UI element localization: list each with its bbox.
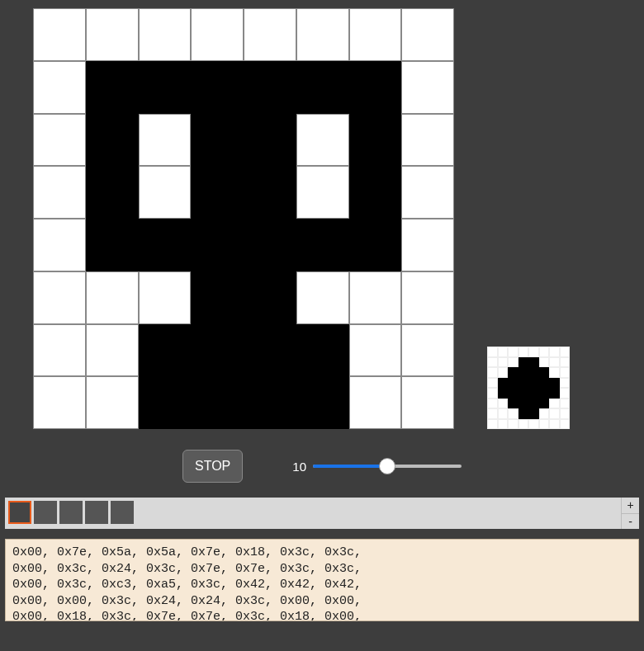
pixel-cell[interactable] xyxy=(191,376,244,429)
pixel-cell[interactable] xyxy=(191,166,244,219)
pixel-cell[interactable] xyxy=(401,166,454,219)
add-frame-button[interactable]: + xyxy=(621,498,639,514)
pixel-cell[interactable] xyxy=(244,114,296,167)
pixel-cell[interactable] xyxy=(401,8,454,61)
pixel-cell[interactable] xyxy=(191,61,244,114)
pixel-cell[interactable] xyxy=(33,8,86,61)
preview-cell xyxy=(498,388,509,399)
preview-cell xyxy=(539,378,550,389)
preview-cell xyxy=(498,347,509,357)
pixel-cell[interactable] xyxy=(33,376,86,429)
pixel-cell[interactable] xyxy=(139,376,192,429)
pixel-cell[interactable] xyxy=(244,324,296,377)
preview-cell xyxy=(560,419,571,430)
pixel-cell[interactable] xyxy=(349,271,402,324)
preview-cell xyxy=(539,367,550,378)
pixel-cell[interactable] xyxy=(86,376,139,429)
pixel-cell[interactable] xyxy=(191,219,244,271)
pixel-cell[interactable] xyxy=(244,166,296,219)
pixel-cell[interactable] xyxy=(401,271,454,324)
pixel-cell[interactable] xyxy=(33,166,86,219)
pixel-cell[interactable] xyxy=(349,8,402,61)
preview-cell xyxy=(508,388,519,399)
stop-button[interactable]: STOP xyxy=(182,450,243,483)
frame-thumb[interactable] xyxy=(111,501,134,524)
pixel-cell[interactable] xyxy=(86,114,139,167)
speed-slider[interactable] xyxy=(313,458,462,474)
remove-frame-button[interactable]: - xyxy=(621,514,639,530)
hex-output[interactable]: 0x00, 0x7e, 0x5a, 0x5a, 0x7e, 0x18, 0x3c… xyxy=(5,539,639,621)
pixel-cell[interactable] xyxy=(86,166,139,219)
preview-cell xyxy=(519,408,529,419)
pixel-cell[interactable] xyxy=(296,219,349,271)
pixel-cell[interactable] xyxy=(401,324,454,377)
pixel-cell[interactable] xyxy=(401,61,454,114)
pixel-cell[interactable] xyxy=(191,8,244,61)
preview-cell xyxy=(560,399,571,409)
pixel-cell[interactable] xyxy=(33,219,86,271)
pixel-cell[interactable] xyxy=(86,219,139,271)
pixel-cell[interactable] xyxy=(139,166,192,219)
preview-cell xyxy=(508,408,519,419)
preview-grid xyxy=(487,347,570,429)
pixel-cell[interactable] xyxy=(139,61,192,114)
pixel-cell[interactable] xyxy=(349,376,402,429)
preview-cell xyxy=(528,347,539,357)
preview-cell xyxy=(539,388,550,399)
pixel-cell[interactable] xyxy=(349,114,402,167)
pixel-cell[interactable] xyxy=(191,271,244,324)
preview-cell xyxy=(519,378,529,389)
pixel-cell[interactable] xyxy=(349,219,402,271)
frame-thumb[interactable] xyxy=(59,501,83,524)
preview-cell xyxy=(549,388,560,399)
pixel-cell[interactable] xyxy=(139,271,192,324)
preview-cell xyxy=(528,408,539,419)
pixel-cell[interactable] xyxy=(296,61,349,114)
pixel-cell[interactable] xyxy=(401,376,454,429)
pixel-cell[interactable] xyxy=(296,114,349,167)
preview-cell xyxy=(487,388,498,399)
pixel-cell[interactable] xyxy=(139,114,192,167)
frame-thumb[interactable] xyxy=(8,501,31,524)
pixel-cell[interactable] xyxy=(139,324,192,377)
preview-cell xyxy=(528,378,539,389)
pixel-cell[interactable] xyxy=(244,271,296,324)
pixel-cell[interactable] xyxy=(33,324,86,377)
pixel-cell[interactable] xyxy=(296,271,349,324)
pixel-cell[interactable] xyxy=(33,114,86,167)
pixel-cell[interactable] xyxy=(296,8,349,61)
preview-cell xyxy=(519,388,529,399)
pixel-cell[interactable] xyxy=(349,324,402,377)
pixel-cell[interactable] xyxy=(296,166,349,219)
pixel-cell[interactable] xyxy=(33,271,86,324)
pixel-cell[interactable] xyxy=(191,324,244,377)
preview-cell xyxy=(508,357,519,368)
pixel-cell[interactable] xyxy=(86,61,139,114)
frame-thumb[interactable] xyxy=(34,501,57,524)
pixel-cell[interactable] xyxy=(33,61,86,114)
pixel-cell[interactable] xyxy=(401,219,454,271)
pixel-cell[interactable] xyxy=(244,61,296,114)
pixel-cell[interactable] xyxy=(349,61,402,114)
pixel-cell[interactable] xyxy=(86,271,139,324)
pixel-cell[interactable] xyxy=(244,8,296,61)
speed-value: 10 xyxy=(292,460,306,474)
pixel-cell[interactable] xyxy=(296,324,349,377)
pixel-cell[interactable] xyxy=(244,219,296,271)
frame-thumb[interactable] xyxy=(85,501,108,524)
pixel-editor-grid[interactable] xyxy=(33,8,454,429)
frames-list xyxy=(5,498,621,529)
pixel-cell[interactable] xyxy=(86,324,139,377)
pixel-cell[interactable] xyxy=(139,8,192,61)
playback-controls: STOP 10 xyxy=(0,429,644,498)
pixel-cell[interactable] xyxy=(401,114,454,167)
pixel-cell[interactable] xyxy=(244,376,296,429)
preview-cell xyxy=(549,419,560,430)
preview-cell xyxy=(560,408,571,419)
pixel-cell[interactable] xyxy=(139,219,192,271)
preview-cell xyxy=(539,357,550,368)
pixel-cell[interactable] xyxy=(191,114,244,167)
pixel-cell[interactable] xyxy=(349,166,402,219)
pixel-cell[interactable] xyxy=(86,8,139,61)
pixel-cell[interactable] xyxy=(296,376,349,429)
